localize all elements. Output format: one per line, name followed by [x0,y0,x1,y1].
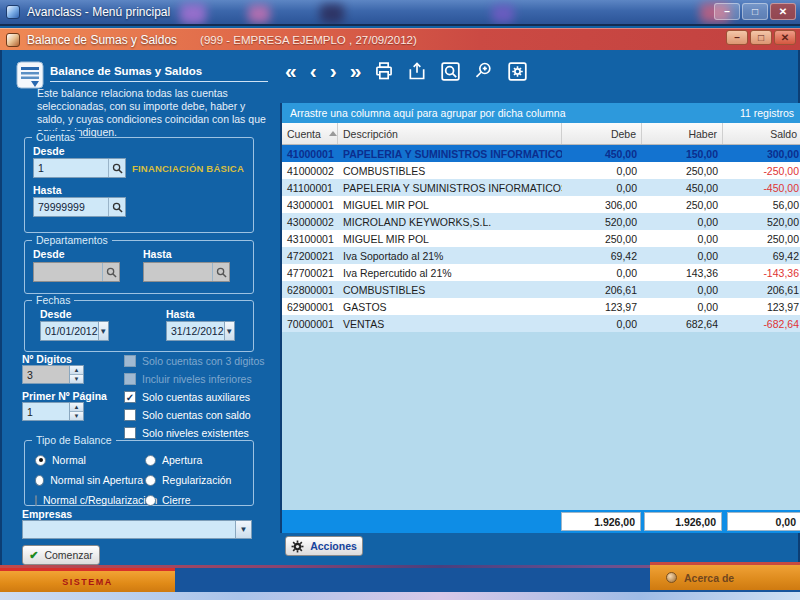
table-row[interactable]: 62800001COMBUSTIBLES206,610,00206,61 [282,281,800,298]
table-row[interactable]: 47700021Iva Repercutido al 21%0,00143,36… [282,264,800,281]
sistema-tab[interactable]: SISTEMA [0,568,175,592]
total-saldo: 0,00 [727,512,800,531]
desktop-edge [0,592,800,600]
cell-debe: 520,00 [562,216,642,228]
spin-down-icon[interactable]: ▼ [70,374,83,383]
previous-page-icon[interactable]: ‹ [310,60,317,82]
cell-haber: 0,00 [642,284,723,296]
spin-down-icon[interactable]: ▼ [70,411,83,420]
zoom-icon[interactable] [474,61,494,81]
acerca-de-tab[interactable]: Acerca de [650,562,800,590]
column-header-debe[interactable]: Debe [562,123,642,144]
cuentas-desde-input[interactable]: 1 [33,158,126,178]
cell-haber: 450,00 [642,182,723,194]
checkbox[interactable]: ✓ [124,391,136,403]
comenzar-button[interactable]: ✔ Comenzar [22,545,100,565]
info-icon [666,572,677,583]
cell-cuenta: 62900001 [282,301,338,313]
cell-haber: 0,00 [642,233,723,245]
cell-debe: 0,00 [562,318,642,330]
minimize-button[interactable]: – [714,3,740,20]
cell-debe: 69,42 [562,250,642,262]
checkbox-row: ✓Solo cuentas auxiliares [124,390,265,403]
first-page-icon[interactable]: « [285,60,297,82]
export-icon[interactable] [407,61,427,81]
next-page-icon[interactable]: › [330,60,337,82]
last-page-icon[interactable]: » [350,60,362,82]
checkbox[interactable] [124,409,136,421]
table-row[interactable]: 41100001PAPELERIA Y SUMINISTROS INFORMAT… [282,179,800,196]
radio-option[interactable]: Normal c/Regularización [35,494,143,506]
cell-descripcion: MIGUEL MIR POL [338,233,562,245]
search-icon[interactable] [108,159,125,177]
departamentos-desde-input[interactable] [33,262,120,282]
minimize-button[interactable]: – [726,30,748,45]
search-icon[interactable] [102,263,119,281]
spin-up-icon[interactable]: ▲ [70,403,83,411]
print-icon[interactable] [374,61,394,81]
radio-option[interactable]: Regularización [145,474,231,486]
cell-debe: 0,00 [562,165,642,177]
table-row[interactable]: 43000002MICROLAND KEYWORKS,S.L.520,000,0… [282,213,800,230]
outer-titlebar: Avanclass - Menú principal – □ ✕ [0,0,800,26]
column-header-cuenta[interactable]: Cuenta [282,123,338,144]
fechas-hasta-label: Hasta [166,308,195,320]
checkbox-row: Solo niveles existentes [124,426,265,439]
cell-haber: 0,00 [642,216,723,228]
primer-pagina-stepper[interactable]: 1 ▲▼ [22,402,84,421]
acciones-button[interactable]: Acciones [285,536,363,556]
group-by-bar[interactable]: Arrastre una columna aquí para agrupar p… [282,103,800,123]
cell-debe: 306,00 [562,199,642,211]
radio-icon [145,475,156,486]
inner-window-title: Balance de Sumas y Saldos [27,33,177,47]
fechas-desde-label: Desde [40,308,72,320]
fecha-desde-picker[interactable]: 01/01/2012 ▼ [40,321,109,341]
close-button[interactable]: ✕ [774,30,796,45]
close-button[interactable]: ✕ [770,3,796,20]
search-icon[interactable] [212,263,229,281]
spin-up-icon[interactable]: ▲ [70,366,83,374]
radio-option[interactable]: Cierre [145,494,231,506]
digitos-label: Nº Digitos [22,353,72,365]
search-icon[interactable] [108,198,125,216]
maximize-button[interactable]: □ [742,3,768,20]
departamentos-hasta-input[interactable] [143,262,230,282]
preview-icon[interactable] [440,61,461,82]
main-content: Balance de Sumas y Saldos Este balance r… [0,50,800,565]
report-toolbar: « ‹ › » [285,56,528,86]
table-row[interactable]: 43000001MIGUEL MIR POL306,00250,0056,00 [282,196,800,213]
cell-debe: 0,00 [562,182,642,194]
cuentas-hasta-input[interactable]: 79999999 [33,197,126,217]
cell-saldo: 206,61 [723,284,800,296]
cell-saldo: 56,00 [723,199,800,211]
radio-icon [35,475,44,486]
checkbox[interactable] [124,427,136,439]
background-window-strip: SISTEMA Acerca de [0,565,800,592]
cell-descripcion: COMBUSTIBLES [338,165,562,177]
settings-icon[interactable] [507,61,528,82]
table-row[interactable]: 41000002COMBUSTIBLES0,00250,00-250,00 [282,162,800,179]
table-row[interactable]: 41000001PAPELERIA Y SUMINISTROS INFORMAT… [282,145,800,162]
check-icon: ✔ [29,549,38,562]
fieldset-fechas-legend: Fechas [32,294,74,306]
digitos-stepper[interactable]: 3 ▲▼ [22,365,84,384]
fieldset-cuentas-legend: Cuentas [32,131,79,143]
empresas-select[interactable]: ▼ [22,520,252,539]
cell-saldo: -143,36 [723,267,800,279]
table-row[interactable]: 43100001MIGUEL MIR POL250,000,00250,00 [282,230,800,247]
radio-option[interactable]: Normal [35,454,143,466]
table-row[interactable]: 47200021Iva Soportado al 21%69,420,0069,… [282,247,800,264]
radio-option[interactable]: Apertura [145,454,231,466]
maximize-button[interactable]: □ [750,30,772,45]
column-header-haber[interactable]: Haber [642,123,723,144]
chevron-down-icon: ▼ [235,521,251,538]
radio-option[interactable]: Normal sin Apertura [35,474,143,486]
fieldset-departamentos-legend: Departamentos [32,234,112,246]
column-header-saldo[interactable]: Saldo [723,123,800,144]
comenzar-label: Comenzar [44,549,92,561]
column-header-descripcion[interactable]: Descripción [338,123,562,144]
sort-asc-icon [329,131,337,136]
fecha-hasta-picker[interactable]: 31/12/2012 ▼ [166,321,235,341]
table-row[interactable]: 62900001GASTOS123,970,00123,97 [282,298,800,315]
table-row[interactable]: 70000001VENTAS0,00682,64-682,64 [282,315,800,332]
